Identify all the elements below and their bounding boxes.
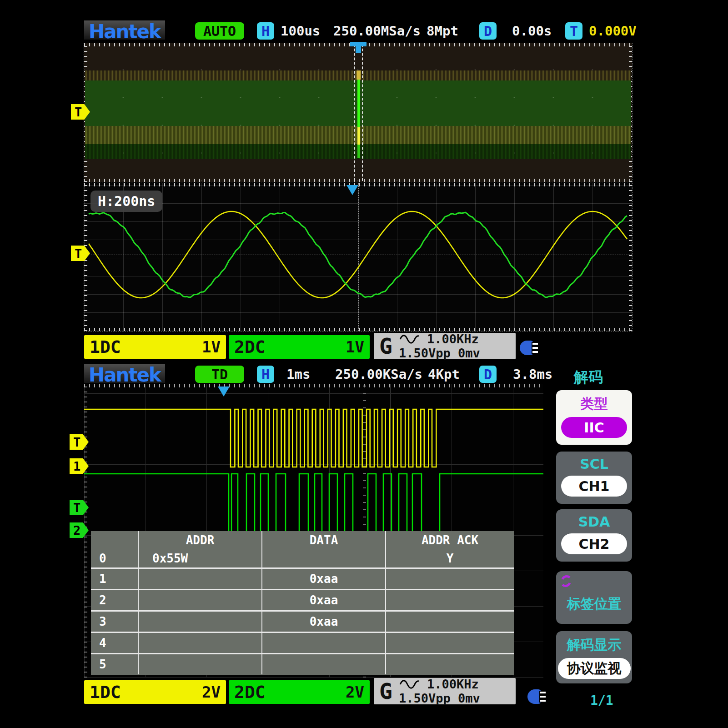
decode-table-row0: 0 0x55W Y xyxy=(91,549,514,567)
sine-waveforms xyxy=(84,183,632,331)
usb-device-icon-2 xyxy=(527,689,548,704)
zoom-scale-label: H:200ns xyxy=(90,191,162,212)
delay-value: 0.00s xyxy=(512,22,552,40)
channel1-badge[interactable]: 1DC 1V xyxy=(84,335,226,359)
channel1-badge-2[interactable]: 1DC 2V xyxy=(84,680,226,704)
generator-label-2: G xyxy=(379,678,392,704)
delay-badge[interactable]: D xyxy=(479,22,497,40)
decode-display-value-button[interactable]: 协议监视 xyxy=(558,658,631,679)
sidebar-decode-display-panel[interactable]: 解码显示 协议监视 xyxy=(556,631,632,683)
channel2-label: 2DC xyxy=(234,337,266,357)
channel1-scale-2: 2V xyxy=(202,683,221,701)
hantek-logo-2: Hantek xyxy=(84,364,165,383)
memory-depth-value: 8Mpt xyxy=(427,22,458,40)
horizontal-badge[interactable]: H xyxy=(257,22,274,40)
scl-trace xyxy=(84,409,543,467)
sample-rate-value: 250.00MSa/s xyxy=(333,22,421,40)
decode-menu-title: 解码 xyxy=(574,367,603,387)
delay-badge-2[interactable]: D xyxy=(479,366,497,383)
generator-panel-2[interactable]: G 1.00KHz 1.50Vpp 0mv xyxy=(374,678,516,704)
scope1-zoom-window: H:200ns xyxy=(84,183,632,331)
sidebar-scl-panel[interactable]: SCL CH1 xyxy=(556,452,632,504)
generator-freq: 1.00KHz xyxy=(427,332,479,346)
usb-device-icon xyxy=(520,341,541,355)
channel2-badge-2[interactable]: 2DC 2V xyxy=(229,680,370,704)
generator-vpp-2: 1.50Vpp xyxy=(399,691,451,705)
generator-label: G xyxy=(379,333,392,359)
col-addr-ack: ADDR ACK xyxy=(385,531,514,549)
zoom-region-ch2-slice xyxy=(357,80,360,127)
channel2-scale-2: 2V xyxy=(346,683,364,701)
trigger-badge[interactable]: T xyxy=(565,22,582,40)
scope2-graticule: ADDR DATA ADDR ACK 0 0x55W Y 10xaa20xaa3… xyxy=(84,384,543,678)
channel1-label: 1DC xyxy=(90,337,121,357)
screenshot-root: { "scope1": { "header": {"logo":"Hantek"… xyxy=(0,0,728,728)
sample-rate-value-2: 250.00KSa/s xyxy=(335,366,422,383)
sda-value-button[interactable]: CH2 xyxy=(561,533,627,554)
timebase-value-2: 1ms xyxy=(286,366,310,383)
channel2-scale: 1V xyxy=(346,338,364,356)
channel1-scale: 1V xyxy=(202,338,221,356)
delay-value-2: 3.8ms xyxy=(513,366,552,383)
decode-table-header-block: ADDR DATA ADDR ACK 0 0x55W Y xyxy=(91,531,514,569)
zoom-region-ch1-slice xyxy=(356,70,361,80)
type-label: 类型 xyxy=(556,395,632,413)
decode-table-header: ADDR DATA ADDR ACK xyxy=(91,531,514,549)
channel2-badge[interactable]: 2DC 1V xyxy=(229,335,370,359)
zoom-region-ch2-slice2 xyxy=(357,145,360,158)
generator-vpp: 1.50Vpp xyxy=(399,346,451,360)
acquisition-mode-badge[interactable]: AUTO xyxy=(195,22,244,40)
channel1-label-2: 1DC xyxy=(90,682,121,702)
rotate-icon xyxy=(560,575,572,587)
scl-value-button[interactable]: CH1 xyxy=(561,476,627,497)
generator-offset-2: 0mv xyxy=(458,691,480,705)
ch2-sine-trace xyxy=(89,212,627,297)
tag-position-label: 标签位置 xyxy=(556,595,632,613)
scl-label: SCL xyxy=(556,456,632,472)
generator-panel[interactable]: G 1.00KHz 1.50Vpp 0mv xyxy=(374,333,516,359)
decode-display-label: 解码显示 xyxy=(556,636,632,654)
horizontal-badge-2[interactable]: H xyxy=(257,366,274,383)
sidebar-sda-panel[interactable]: SDA CH2 xyxy=(556,509,632,562)
timebase-value: 100us xyxy=(281,22,320,40)
decode-table-row: 4 xyxy=(91,632,514,653)
generator-offset: 0mv xyxy=(458,346,480,360)
trigger-level-value: 0.000V xyxy=(589,22,637,40)
acquisition-mode-badge-2[interactable]: TD xyxy=(195,366,244,383)
ch1-sine-trace xyxy=(89,211,627,298)
decode-table-row: 30xaa xyxy=(91,610,514,632)
decode-table-row: 5 xyxy=(91,653,514,674)
col-addr: ADDR xyxy=(138,531,261,549)
sda-label: SDA xyxy=(556,514,632,530)
sine-icon-2 xyxy=(399,679,420,690)
col-data: DATA xyxy=(261,531,385,549)
sine-icon xyxy=(399,334,420,345)
type-value-button[interactable]: IIC xyxy=(561,417,627,438)
channel2-label-2: 2DC xyxy=(234,682,266,702)
page-indicator: 1/1 xyxy=(590,693,613,708)
zoom-region-ch1-slice2 xyxy=(357,127,360,145)
trigger-position-flag[interactable] xyxy=(350,42,367,46)
hantek-logo: Hantek xyxy=(84,20,165,40)
decode-table: ADDR DATA ADDR ACK 0 0x55W Y 10xaa20xaa3… xyxy=(91,531,514,675)
memory-depth-value-2: 4Kpt xyxy=(428,366,460,383)
sidebar-type-panel[interactable]: 类型 IIC xyxy=(556,390,632,445)
decode-table-row: 10xaa xyxy=(91,569,514,589)
generator-freq-2: 1.00KHz xyxy=(427,677,479,691)
sidebar-tag-position-panel[interactable]: 标签位置 xyxy=(556,571,632,624)
decode-table-row: 20xaa xyxy=(91,589,514,610)
